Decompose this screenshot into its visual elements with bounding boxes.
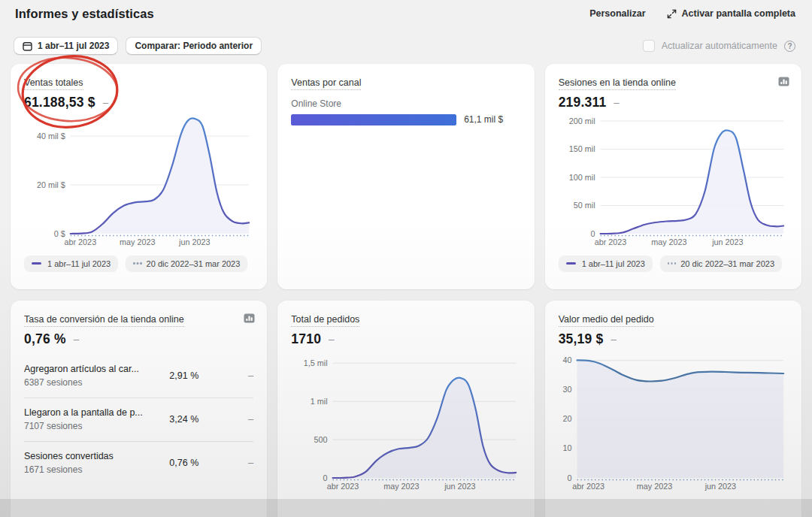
fullscreen-label: Activar pantalla completa bbox=[682, 8, 795, 19]
total-sales-value: 61.188,53 $ bbox=[24, 95, 95, 110]
calendar-icon bbox=[23, 41, 32, 51]
svg-text:may 2023: may 2023 bbox=[120, 237, 155, 246]
bar-chart-icon bbox=[244, 313, 255, 323]
svg-text:20 mil $: 20 mil $ bbox=[37, 180, 65, 189]
funnel-row-converted: Sesiones convertidas 1671 sesiones 0,76 … bbox=[24, 441, 253, 485]
legend-previous-chip: 20 dic 2022–31 mar 2023 bbox=[660, 255, 782, 272]
chart-legend: 1 abr–11 jul 2023 20 dic 2022–31 mar 202… bbox=[24, 255, 253, 272]
funnel-row-reached-checkout: Llegaron a la pantalla de p... 7107 sesi… bbox=[24, 398, 253, 441]
svg-text:abr 2023: abr 2023 bbox=[594, 237, 626, 246]
svg-text:may 2023: may 2023 bbox=[384, 482, 420, 491]
legend-previous-chip: 20 dic 2022–31 mar 2023 bbox=[126, 255, 247, 272]
orders-delta: – bbox=[329, 334, 335, 345]
dotted-line-icon bbox=[133, 262, 135, 264]
svg-text:100 mil: 100 mil bbox=[568, 172, 595, 181]
fullscreen-icon bbox=[667, 9, 677, 19]
conversion-delta: – bbox=[74, 334, 80, 345]
solid-line-icon bbox=[32, 262, 41, 265]
aov-value: 35,19 $ bbox=[559, 331, 604, 347]
sessions-title[interactable]: Sesiones en la tienda online bbox=[559, 77, 676, 90]
auto-refresh-control: Actualizar automáticamente bbox=[643, 40, 795, 52]
chart-legend: 1 abr–11 jul 2023 20 dic 2022–31 mar 202… bbox=[559, 255, 788, 272]
sales-by-channel-title[interactable]: Ventas por canal bbox=[291, 77, 361, 90]
page-title: Informes y estadísticas bbox=[15, 7, 154, 21]
svg-text:may 2023: may 2023 bbox=[651, 237, 686, 246]
svg-text:20: 20 bbox=[562, 414, 571, 423]
top-bar: Informes y estadísticas Personalizar Act… bbox=[15, 4, 795, 23]
svg-text:jun 2023: jun 2023 bbox=[444, 482, 475, 491]
channel-label: Online Store bbox=[291, 98, 520, 109]
conversion-title[interactable]: Tasa de conversión de la tienda online bbox=[24, 314, 184, 327]
sessions-value: 219.311 bbox=[559, 95, 607, 110]
svg-text:200 mil: 200 mil bbox=[568, 116, 595, 125]
orders-chart: 1,5 mil1 mil5000abr 2023may 2023jun 2023 bbox=[291, 349, 520, 493]
solid-line-icon bbox=[566, 262, 576, 265]
aov-title[interactable]: Valor medio del pedido bbox=[559, 314, 654, 327]
aov-delta: – bbox=[611, 334, 617, 345]
card-total-orders: Total de pedidos 1710 – 1,5 mil1 mil5000… bbox=[277, 301, 534, 517]
orders-title[interactable]: Total de pedidos bbox=[291, 314, 359, 327]
svg-text:40 mil $: 40 mil $ bbox=[37, 131, 65, 140]
orders-value: 1710 bbox=[291, 331, 321, 347]
svg-text:jun 2023: jun 2023 bbox=[178, 237, 210, 246]
card-average-order-value: Valor medio del pedido 35,19 $ – 4030201… bbox=[545, 301, 801, 517]
auto-refresh-label: Actualizar automáticamente bbox=[662, 41, 777, 51]
svg-text:abr 2023: abr 2023 bbox=[327, 482, 359, 491]
svg-text:150 mil: 150 mil bbox=[568, 144, 595, 153]
svg-text:30: 30 bbox=[562, 385, 571, 394]
svg-text:0: 0 bbox=[590, 228, 595, 237]
cards-grid: Ventas totales 61.188,53 $ – 40 mil $20 … bbox=[11, 64, 801, 517]
aov-chart: 403020100abr 2023may 2023jun 2023 bbox=[559, 349, 788, 493]
date-range-label: 1 abr–11 jul 2023 bbox=[38, 41, 109, 51]
svg-text:0: 0 bbox=[323, 473, 328, 482]
personalize-button[interactable]: Personalizar bbox=[589, 7, 645, 20]
svg-text:jun 2023: jun 2023 bbox=[704, 482, 735, 491]
date-range-button[interactable]: 1 abr–11 jul 2023 bbox=[14, 37, 118, 55]
svg-text:abr 2023: abr 2023 bbox=[572, 482, 604, 491]
svg-text:1 mil: 1 mil bbox=[311, 396, 328, 405]
svg-text:10: 10 bbox=[562, 443, 571, 452]
legend-current-chip: 1 abr–11 jul 2023 bbox=[559, 255, 653, 272]
compare-label: Comparar: Periodo anterior bbox=[135, 41, 253, 51]
channel-bar-value: 61,1 mil $ bbox=[464, 114, 503, 125]
conversion-value: 0,76 % bbox=[24, 331, 66, 347]
card-sessions: Sesiones en la tienda online 219.311 – 2… bbox=[545, 64, 801, 289]
svg-text:1,5 mil: 1,5 mil bbox=[304, 358, 328, 367]
total-sales-chart: 40 mil $20 mil $0 $abr 2023may 2023jun 2… bbox=[24, 112, 253, 249]
bar-chart-icon bbox=[778, 77, 789, 86]
fullscreen-button[interactable]: Activar pantalla completa bbox=[667, 7, 795, 20]
compare-button[interactable]: Comparar: Periodo anterior bbox=[126, 37, 262, 55]
funnel-row-added-to-cart: Agregaron artículos al car... 6387 sesio… bbox=[24, 355, 253, 398]
total-sales-delta: – bbox=[103, 97, 109, 108]
svg-text:0: 0 bbox=[567, 473, 571, 482]
reports-dashboard: Informes y estadísticas Personalizar Act… bbox=[0, 0, 812, 517]
svg-text:may 2023: may 2023 bbox=[636, 482, 671, 491]
svg-text:abr 2023: abr 2023 bbox=[65, 237, 97, 246]
svg-text:0 $: 0 $ bbox=[54, 228, 65, 237]
sessions-chart-type-button[interactable] bbox=[778, 77, 789, 86]
help-icon[interactable] bbox=[784, 41, 795, 52]
svg-text:50 mil: 50 mil bbox=[573, 201, 595, 210]
top-actions: Personalizar Activar pantalla completa bbox=[589, 7, 795, 20]
dotted-line-icon bbox=[668, 262, 669, 264]
sessions-chart: 200 mil150 mil100 mil50 mil0abr 2023may … bbox=[559, 112, 788, 249]
conversion-chart-type-button[interactable] bbox=[244, 313, 255, 323]
card-total-sales: Ventas totales 61.188,53 $ – 40 mil $20 … bbox=[11, 64, 267, 289]
auto-refresh-checkbox[interactable] bbox=[643, 40, 655, 52]
svg-text:jun 2023: jun 2023 bbox=[711, 237, 743, 246]
legend-current-chip: 1 abr–11 jul 2023 bbox=[24, 255, 118, 272]
card-sales-by-channel: Ventas por canal Online Store 61,1 mil $ bbox=[277, 64, 534, 289]
personalize-label: Personalizar bbox=[589, 8, 645, 19]
card-conversion-rate: Tasa de conversión de la tienda online 0… bbox=[11, 301, 267, 517]
svg-text:40: 40 bbox=[562, 355, 571, 364]
channel-bar bbox=[291, 114, 456, 125]
conversion-funnel: Agregaron artículos al car... 6387 sesio… bbox=[24, 355, 253, 485]
total-sales-title[interactable]: Ventas totales bbox=[24, 77, 83, 90]
svg-text:500: 500 bbox=[314, 434, 328, 443]
toolbar: 1 abr–11 jul 2023 Comparar: Periodo ante… bbox=[14, 36, 795, 56]
sessions-delta: – bbox=[614, 97, 620, 108]
